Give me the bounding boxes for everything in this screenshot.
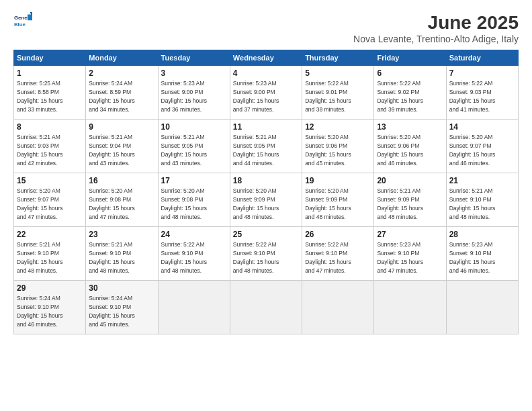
subtitle: Nova Levante, Trentino-Alto Adige, Italy	[353, 34, 519, 44]
table-row: 7Sunrise: 5:22 AMSunset: 9:03 PMDaylight…	[446, 66, 518, 120]
header: General Blue June 2025 Nova Levante, Tre…	[13, 12, 519, 44]
col-saturday: Saturday	[446, 50, 518, 66]
col-thursday: Thursday	[302, 50, 374, 66]
table-row: 4Sunrise: 5:23 AMSunset: 9:00 PMDaylight…	[230, 66, 302, 120]
table-row: 22Sunrise: 5:21 AMSunset: 9:10 PMDayligh…	[14, 227, 86, 281]
page: General Blue June 2025 Nova Levante, Tre…	[0, 0, 532, 411]
col-friday: Friday	[374, 50, 446, 66]
table-row	[158, 281, 230, 334]
header-row: Sunday Monday Tuesday Wednesday Thursday…	[14, 50, 519, 66]
week-row: 22Sunrise: 5:21 AMSunset: 9:10 PMDayligh…	[14, 227, 519, 281]
table-row: 13Sunrise: 5:20 AMSunset: 9:06 PMDayligh…	[374, 120, 446, 173]
table-row: 9Sunrise: 5:21 AMSunset: 9:04 PMDaylight…	[86, 120, 158, 173]
calendar: Sunday Monday Tuesday Wednesday Thursday…	[13, 50, 519, 334]
table-row: 17Sunrise: 5:20 AMSunset: 9:08 PMDayligh…	[158, 173, 230, 227]
week-row: 8Sunrise: 5:21 AMSunset: 9:03 PMDaylight…	[14, 120, 519, 173]
table-row: 21Sunrise: 5:21 AMSunset: 9:10 PMDayligh…	[446, 173, 518, 227]
table-row: 14Sunrise: 5:20 AMSunset: 9:07 PMDayligh…	[446, 120, 518, 173]
week-row: 29Sunrise: 5:24 AMSunset: 9:10 PMDayligh…	[14, 281, 519, 334]
col-monday: Monday	[86, 50, 158, 66]
calendar-header: Sunday Monday Tuesday Wednesday Thursday…	[14, 50, 519, 66]
table-row: 19Sunrise: 5:20 AMSunset: 9:09 PMDayligh…	[302, 173, 374, 227]
week-row: 1Sunrise: 5:25 AMSunset: 8:58 PMDaylight…	[14, 66, 519, 120]
table-row: 24Sunrise: 5:22 AMSunset: 9:10 PMDayligh…	[158, 227, 230, 281]
col-wednesday: Wednesday	[230, 50, 302, 66]
table-row: 20Sunrise: 5:21 AMSunset: 9:09 PMDayligh…	[374, 173, 446, 227]
table-row	[230, 281, 302, 334]
table-row: 10Sunrise: 5:21 AMSunset: 9:05 PMDayligh…	[158, 120, 230, 173]
table-row	[446, 281, 518, 334]
main-title: June 2025	[353, 12, 519, 34]
table-row: 12Sunrise: 5:20 AMSunset: 9:06 PMDayligh…	[302, 120, 374, 173]
logo-icon: General Blue	[13, 12, 32, 31]
logo: General Blue	[13, 12, 32, 31]
table-row: 1Sunrise: 5:25 AMSunset: 8:58 PMDaylight…	[14, 66, 86, 120]
title-block: June 2025 Nova Levante, Trentino-Alto Ad…	[353, 12, 519, 44]
table-row: 3Sunrise: 5:23 AMSunset: 9:00 PMDaylight…	[158, 66, 230, 120]
col-sunday: Sunday	[14, 50, 86, 66]
table-row: 23Sunrise: 5:21 AMSunset: 9:10 PMDayligh…	[86, 227, 158, 281]
week-row: 15Sunrise: 5:20 AMSunset: 9:07 PMDayligh…	[14, 173, 519, 227]
table-row	[302, 281, 374, 334]
calendar-body: 1Sunrise: 5:25 AMSunset: 8:58 PMDaylight…	[14, 66, 519, 334]
table-row: 15Sunrise: 5:20 AMSunset: 9:07 PMDayligh…	[14, 173, 86, 227]
svg-text:Blue: Blue	[14, 21, 26, 28]
table-row: 11Sunrise: 5:21 AMSunset: 9:05 PMDayligh…	[230, 120, 302, 173]
table-row: 2Sunrise: 5:24 AMSunset: 8:59 PMDaylight…	[86, 66, 158, 120]
table-row: 26Sunrise: 5:22 AMSunset: 9:10 PMDayligh…	[302, 227, 374, 281]
table-row: 5Sunrise: 5:22 AMSunset: 9:01 PMDaylight…	[302, 66, 374, 120]
table-row: 6Sunrise: 5:22 AMSunset: 9:02 PMDaylight…	[374, 66, 446, 120]
table-row: 16Sunrise: 5:20 AMSunset: 9:08 PMDayligh…	[86, 173, 158, 227]
table-row: 30Sunrise: 5:24 AMSunset: 9:10 PMDayligh…	[86, 281, 158, 334]
table-row: 28Sunrise: 5:23 AMSunset: 9:10 PMDayligh…	[446, 227, 518, 281]
table-row: 25Sunrise: 5:22 AMSunset: 9:10 PMDayligh…	[230, 227, 302, 281]
table-row: 8Sunrise: 5:21 AMSunset: 9:03 PMDaylight…	[14, 120, 86, 173]
col-tuesday: Tuesday	[158, 50, 230, 66]
table-row	[374, 281, 446, 334]
table-row: 29Sunrise: 5:24 AMSunset: 9:10 PMDayligh…	[14, 281, 86, 334]
table-row: 18Sunrise: 5:20 AMSunset: 9:09 PMDayligh…	[230, 173, 302, 227]
table-row: 27Sunrise: 5:23 AMSunset: 9:10 PMDayligh…	[374, 227, 446, 281]
